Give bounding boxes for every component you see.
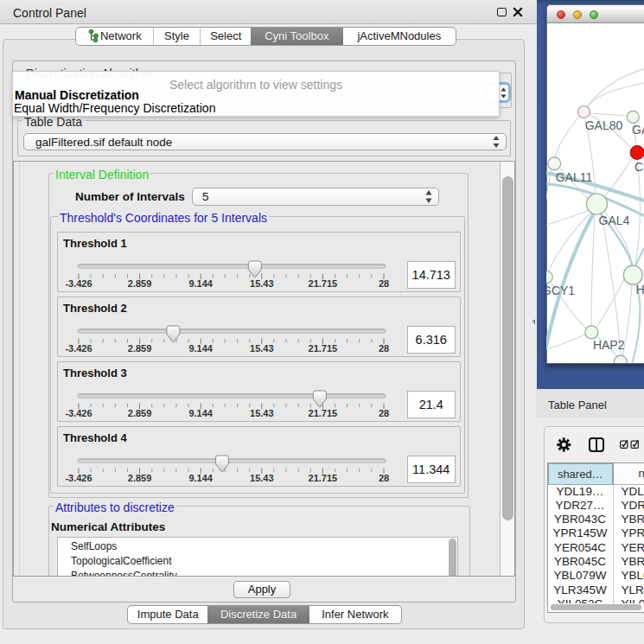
- svg-text:28: 28: [379, 408, 389, 418]
- svg-text:-3.426: -3.426: [65, 343, 92, 354]
- svg-text:2.859: 2.859: [128, 278, 152, 289]
- svg-text:2.859: 2.859: [128, 408, 152, 418]
- svg-text:15.43: 15.43: [250, 408, 274, 418]
- svg-text:H: H: [636, 283, 644, 296]
- svg-text:GAL4: GAL4: [599, 214, 630, 227]
- svg-text:2.859: 2.859: [128, 473, 152, 483]
- svg-text:9.144: 9.144: [188, 408, 213, 418]
- svg-text:GA: GA: [632, 123, 644, 137]
- svg-text:15.43: 15.43: [250, 278, 274, 289]
- svg-text:28: 28: [379, 278, 389, 289]
- svg-text:21.715: 21.715: [309, 343, 338, 354]
- svg-text:21.715: 21.715: [309, 408, 338, 418]
- svg-text:28: 28: [379, 473, 389, 483]
- svg-text:-3.426: -3.426: [65, 408, 92, 418]
- svg-text:C: C: [634, 160, 643, 174]
- svg-text:HAP2: HAP2: [593, 338, 625, 352]
- svg-text:15.43: 15.43: [250, 343, 274, 354]
- svg-text:9.144: 9.144: [188, 343, 213, 354]
- svg-text:9.144: 9.144: [188, 473, 213, 483]
- svg-text:9.144: 9.144: [188, 278, 213, 289]
- svg-text:GCY1: GCY1: [546, 284, 575, 297]
- svg-text:21.715: 21.715: [309, 473, 338, 483]
- svg-text:2.859: 2.859: [128, 343, 152, 354]
- svg-text:-3.426: -3.426: [65, 473, 92, 483]
- svg-text:GAL80: GAL80: [585, 118, 623, 132]
- svg-text:GAL11: GAL11: [556, 170, 593, 184]
- svg-text:-3.426: -3.426: [65, 278, 92, 289]
- svg-text:28: 28: [379, 343, 389, 354]
- svg-text:21.715: 21.715: [309, 278, 338, 289]
- svg-text:15.43: 15.43: [250, 473, 274, 483]
